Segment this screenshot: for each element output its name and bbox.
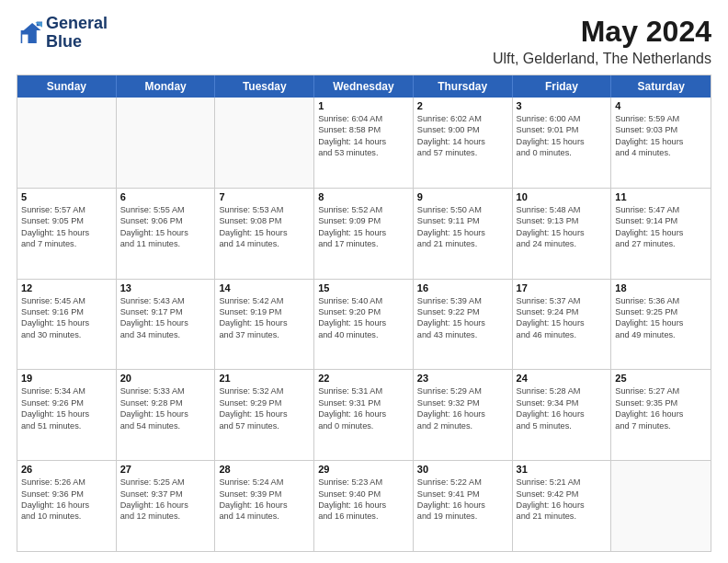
cell-info-line: Sunset: 9:28 PM (120, 397, 211, 408)
cell-info-line: Sunset: 9:42 PM (517, 488, 608, 500)
cell-info-line: and 0 minutes. (318, 420, 409, 431)
calendar-body: 1Sunrise: 6:04 AMSunset: 8:58 PMDaylight… (17, 98, 711, 551)
calendar-day-23: 23Sunrise: 5:29 AMSunset: 9:32 PMDayligh… (414, 370, 513, 460)
cell-info-line: Daylight: 15 hours (21, 408, 112, 419)
calendar-day-12: 12Sunrise: 5:45 AMSunset: 9:16 PMDayligh… (17, 280, 117, 370)
header-day-tuesday: Tuesday (215, 75, 314, 98)
cell-info-line: Daylight: 14 hours (417, 136, 508, 147)
cell-info-line: Sunset: 9:31 PM (318, 397, 409, 408)
day-number: 31 (517, 464, 608, 475)
cell-info-line: and 10 minutes. (21, 511, 112, 522)
cell-info-line: and 46 minutes. (517, 329, 608, 340)
calendar-day-29: 29Sunrise: 5:23 AMSunset: 9:40 PMDayligh… (314, 461, 414, 551)
day-number: 24 (517, 373, 608, 384)
cell-info-line: Daylight: 16 hours (318, 408, 409, 419)
calendar-week-2: 5Sunrise: 5:57 AMSunset: 9:05 PMDaylight… (17, 189, 711, 280)
day-number: 10 (517, 191, 608, 202)
cell-info-line: Daylight: 15 hours (517, 227, 608, 238)
cell-info-line: Sunrise: 5:43 AM (120, 295, 211, 306)
day-number: 26 (21, 464, 112, 475)
cell-info-line: Sunrise: 5:24 AM (219, 477, 310, 488)
cell-info-line: Sunset: 9:13 PM (517, 215, 608, 226)
cell-info-line: and 27 minutes. (615, 238, 707, 249)
cell-info-line: Daylight: 15 hours (21, 317, 112, 328)
cell-info-line: Sunrise: 5:29 AM (417, 385, 508, 396)
cell-info-line: and 54 minutes. (120, 420, 211, 431)
calendar-week-1: 1Sunrise: 6:04 AMSunset: 8:58 PMDaylight… (17, 98, 711, 189)
cell-info-line: Daylight: 16 hours (517, 408, 608, 419)
cell-info-line: Daylight: 15 hours (615, 227, 707, 238)
cell-info-line: Sunset: 9:36 PM (21, 488, 112, 500)
day-number: 12 (21, 282, 112, 293)
cell-info-line: Sunrise: 5:36 AM (615, 295, 707, 306)
cell-info-line: Sunrise: 5:32 AM (219, 385, 310, 396)
cell-info-line: Daylight: 15 hours (219, 317, 310, 328)
cell-info-line: Sunrise: 5:52 AM (318, 204, 409, 215)
calendar-day-17: 17Sunrise: 5:37 AMSunset: 9:24 PMDayligh… (513, 280, 612, 370)
calendar-day-24: 24Sunrise: 5:28 AMSunset: 9:34 PMDayligh… (513, 370, 612, 460)
cell-info-line: Daylight: 15 hours (120, 408, 211, 419)
cell-info-line: and 30 minutes. (21, 329, 112, 340)
cell-info-line: and 5 minutes. (517, 420, 608, 431)
cell-info-line: Sunrise: 6:04 AM (318, 113, 409, 124)
cell-info-line: Daylight: 15 hours (417, 227, 508, 238)
day-number: 15 (318, 282, 409, 293)
cell-info-line: and 17 minutes. (318, 238, 409, 249)
cell-info-line: Sunrise: 5:45 AM (21, 295, 112, 306)
cell-info-line: Daylight: 15 hours (120, 317, 211, 328)
cell-info-line: Sunset: 9:26 PM (21, 397, 112, 408)
cell-info-line: and 37 minutes. (219, 329, 310, 340)
cell-info-line: Daylight: 16 hours (517, 500, 608, 511)
cell-info-line: Sunrise: 6:02 AM (417, 113, 508, 124)
day-number: 6 (120, 191, 211, 202)
calendar-week-5: 26Sunrise: 5:26 AMSunset: 9:36 PMDayligh… (17, 461, 711, 551)
page: General Blue May 2024 Ulft, Gelderland, … (0, 0, 728, 563)
svg-marker-0 (21, 23, 41, 43)
calendar-day-2: 2Sunrise: 6:02 AMSunset: 9:00 PMDaylight… (414, 98, 513, 188)
cell-info-line: Sunrise: 5:34 AM (21, 385, 112, 396)
calendar-day-5: 5Sunrise: 5:57 AMSunset: 9:05 PMDaylight… (17, 189, 117, 279)
cell-info-line: Sunset: 9:25 PM (615, 306, 707, 317)
cell-info-line: Sunset: 9:34 PM (517, 397, 608, 408)
cell-info-line: Sunset: 9:11 PM (417, 215, 508, 226)
cell-info-line: and 14 minutes. (219, 238, 310, 249)
cell-info-line: Sunset: 9:35 PM (615, 397, 707, 408)
cell-info-line: Daylight: 15 hours (219, 408, 310, 419)
calendar-day-11: 11Sunrise: 5:47 AMSunset: 9:14 PMDayligh… (611, 189, 711, 279)
logo-line1: General (46, 15, 108, 33)
cell-info-line: Daylight: 16 hours (615, 408, 707, 419)
logo-icon (17, 20, 42, 46)
cell-info-line: Sunrise: 6:00 AM (517, 113, 608, 124)
cell-info-line: and 19 minutes. (417, 511, 508, 522)
day-number: 16 (417, 282, 508, 293)
cell-info-line: and 0 minutes. (517, 147, 608, 158)
cell-info-line: and 14 minutes. (219, 511, 310, 522)
cell-info-line: Daylight: 14 hours (318, 136, 409, 147)
day-number: 18 (615, 282, 707, 293)
cell-info-line: Daylight: 16 hours (417, 408, 508, 419)
cell-info-line: Sunset: 9:20 PM (318, 306, 409, 317)
day-number: 2 (417, 100, 508, 111)
cell-info-line: and 40 minutes. (318, 329, 409, 340)
calendar-day-22: 22Sunrise: 5:31 AMSunset: 9:31 PMDayligh… (314, 370, 414, 460)
cell-info-line: Sunset: 9:22 PM (417, 306, 508, 317)
cell-info-line: Sunset: 9:17 PM (120, 306, 211, 317)
cell-info-line: and 21 minutes. (517, 511, 608, 522)
cell-info-line: Sunrise: 5:31 AM (318, 385, 409, 396)
calendar-day-9: 9Sunrise: 5:50 AMSunset: 9:11 PMDaylight… (414, 189, 513, 279)
cell-info-line: Sunset: 9:32 PM (417, 397, 508, 408)
day-number: 30 (417, 464, 508, 475)
cell-info-line: Sunrise: 5:59 AM (615, 113, 707, 124)
cell-info-line: Daylight: 15 hours (615, 136, 707, 147)
cell-info-line: Daylight: 15 hours (517, 317, 608, 328)
header-day-wednesday: Wednesday (314, 75, 414, 98)
calendar: SundayMondayTuesdayWednesdayThursdayFrid… (17, 75, 711, 552)
cell-info-line: and 24 minutes. (517, 238, 608, 249)
cell-info-line: and 7 minutes. (21, 238, 112, 249)
cell-info-line: Sunset: 9:06 PM (120, 215, 211, 226)
calendar-day-8: 8Sunrise: 5:52 AMSunset: 9:09 PMDaylight… (314, 189, 414, 279)
cell-info-line: Sunset: 9:39 PM (219, 488, 310, 500)
day-number: 27 (120, 464, 211, 475)
calendar-day-13: 13Sunrise: 5:43 AMSunset: 9:17 PMDayligh… (117, 280, 216, 370)
cell-info-line: and 49 minutes. (615, 329, 707, 340)
